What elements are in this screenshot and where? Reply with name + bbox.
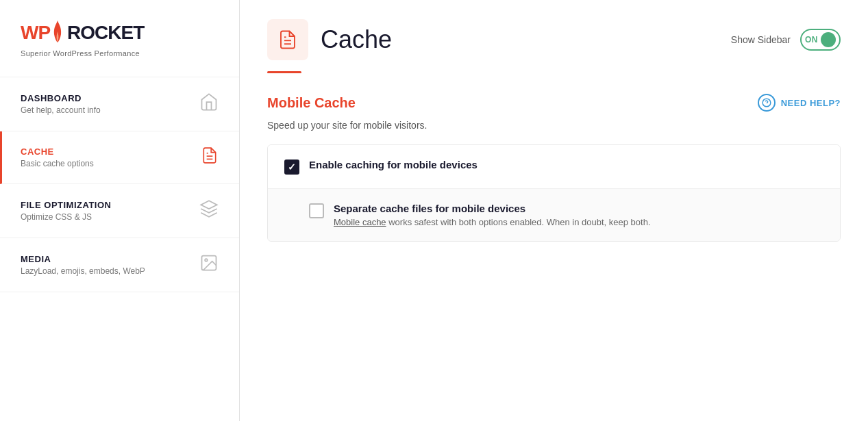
need-help-button[interactable]: NEED HELP?: [758, 94, 841, 112]
section-header: Mobile Cache NEED HELP?: [267, 94, 841, 112]
sidebar-item-subtitle-file-opt: Optimize CSS & JS: [21, 212, 111, 222]
rocket-flame-icon: [53, 19, 62, 44]
option-text-enable-cache: Enable caching for mobile devices: [309, 159, 478, 170]
dashboard-icon: [199, 92, 219, 116]
mobile-cache-link[interactable]: Mobile cache: [334, 217, 386, 227]
sidebar-item-subtitle-media: LazyLoad, emojis, embeds, WebP: [21, 266, 145, 276]
option-sublabel-separate-cache: Mobile cache works safest with both opti…: [334, 217, 651, 227]
sidebar-item-title-media: MEDIA: [21, 254, 145, 264]
content-area: Mobile Cache NEED HELP? Speed up your si…: [240, 73, 868, 262]
logo-rocket: ROCKET: [67, 22, 144, 44]
svg-point-4: [205, 259, 208, 261]
page-icon: [267, 19, 308, 60]
logo-tagline: Superior WordPress Performance: [21, 49, 219, 58]
sidebar-item-media[interactable]: MEDIA LazyLoad, emojis, embeds, WebP: [0, 238, 239, 292]
logo-area: WP ROCKET Superior WordPress Performance: [0, 0, 239, 77]
page-title: Cache: [321, 25, 392, 54]
sidebar: WP ROCKET Superior WordPress Performance…: [0, 0, 240, 421]
logo-wp: WP: [21, 22, 50, 44]
sidebar-item-title-cache: CACHE: [21, 146, 94, 157]
cache-icon: [201, 146, 219, 168]
toggle-circle: [821, 32, 836, 47]
section-description: Speed up your site for mobile visitors.: [267, 120, 841, 131]
sidebar-item-subtitle-cache: Basic cache options: [21, 159, 94, 168]
checkbox-separate-cache[interactable]: [309, 203, 324, 218]
sidebar-item-cache[interactable]: CACHE Basic cache options: [0, 131, 239, 184]
option-label-enable-cache: Enable caching for mobile devices: [309, 159, 478, 170]
sidebar-item-subtitle-dashboard: Get help, account info: [21, 105, 101, 115]
toggle-on-label: ON: [805, 35, 818, 44]
sidebar-item-file-optimization[interactable]: FILE OPTIMIZATION Optimize CSS & JS: [0, 184, 239, 238]
sidebar-item-title-dashboard: DASHBOARD: [21, 93, 101, 103]
svg-marker-2: [201, 201, 216, 209]
logo-wrapper: WP ROCKET: [21, 19, 219, 47]
checkbox-enable-mobile-cache[interactable]: [284, 160, 299, 175]
sidebar-nav: DASHBOARD Get help, account info CACHE B…: [0, 77, 239, 292]
section-title: Mobile Cache: [267, 95, 356, 111]
option-row-enable-cache: Enable caching for mobile devices: [268, 145, 840, 189]
sidebar-item-dashboard[interactable]: DASHBOARD Get help, account info: [0, 77, 239, 131]
show-sidebar-toggle[interactable]: ON: [800, 29, 841, 51]
need-help-label: NEED HELP?: [781, 98, 841, 108]
main-header: Cache Show Sidebar ON: [240, 0, 868, 60]
media-icon: [199, 253, 219, 277]
header-left: Cache: [267, 19, 392, 60]
main-content: Cache Show Sidebar ON Mobile Cache: [240, 0, 868, 421]
option-row-separate-cache: Separate cache files for mobile devices …: [268, 189, 840, 241]
sidebar-item-title-file-opt: FILE OPTIMIZATION: [21, 200, 111, 210]
header-right: Show Sidebar ON: [731, 29, 841, 51]
option-label-separate-cache: Separate cache files for mobile devices …: [334, 203, 651, 227]
show-sidebar-label: Show Sidebar: [731, 34, 791, 45]
options-box: Enable caching for mobile devices Separa…: [267, 144, 841, 242]
file-opt-icon: [199, 199, 219, 222]
option-text-separate-cache: Separate cache files for mobile devices: [334, 203, 651, 214]
need-help-icon: [758, 94, 776, 112]
